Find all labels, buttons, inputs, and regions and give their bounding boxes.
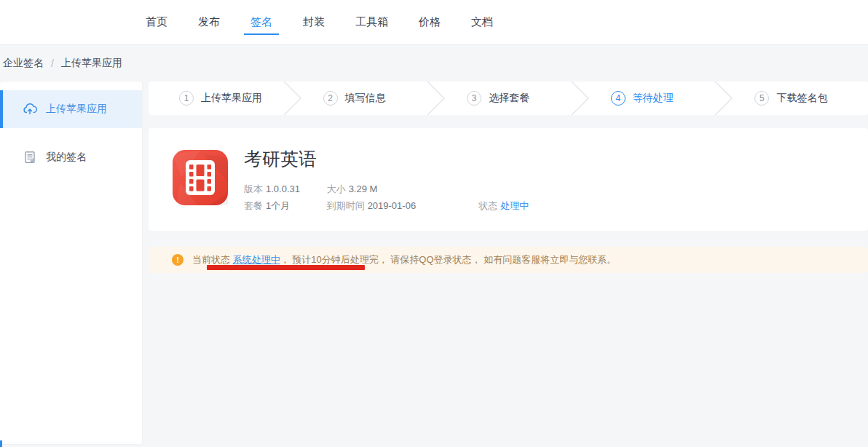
sidebar: 上传苹果应用 我的签名	[0, 82, 142, 444]
step-download-signed-package: 5 下载签名包	[724, 82, 868, 115]
app-detail-rows: 版本1.0.0.31 大小3.29 M 套餐1个月 到期时间2019-01-06…	[244, 181, 529, 214]
nav-tab-toolbox[interactable]: 工具箱	[355, 0, 388, 44]
step-label: 上传苹果应用	[201, 92, 262, 105]
chevron-separator-icon	[714, 82, 733, 115]
app-detail-row: 套餐1个月 到期时间2019-01-06 状态处理中	[244, 197, 529, 214]
step-label: 下载签名包	[776, 92, 827, 105]
app-info: 考研英语 版本1.0.0.31 大小3.29 M 套餐1个月 到期时间2019-…	[244, 147, 529, 214]
step-number: 3	[467, 91, 481, 106]
nav-tab-pricing[interactable]: 价格	[419, 0, 441, 44]
edge-widget-fragment	[0, 440, 2, 447]
signing-page: 首页 发布 签名 封装 工具箱 价格 文档 企业签名 / 上传苹果应用 上传苹果…	[0, 0, 868, 447]
step-waiting-processing: 4 等待处理	[580, 82, 725, 115]
breadcrumb-enterprise-signing[interactable]: 企业签名	[3, 57, 44, 70]
film-app-icon	[173, 150, 228, 205]
step-label: 选择套餐	[489, 92, 529, 105]
system-processing-link[interactable]: 系统处理中	[233, 254, 280, 265]
breadcrumb: 企业签名 / 上传苹果应用	[3, 45, 122, 82]
app-size-field: 大小3.29 M	[327, 181, 476, 197]
step-label: 填写信息	[345, 92, 386, 105]
nav-tab-publish[interactable]: 发布	[198, 0, 220, 44]
nav-tab-docs[interactable]: 文档	[471, 0, 493, 44]
app-card: 考研英语 版本1.0.0.31 大小3.29 M 套餐1个月 到期时间2019-…	[149, 128, 868, 231]
app-expire-field: 到期时间2019-01-06	[327, 197, 476, 214]
chevron-separator-icon	[571, 82, 590, 115]
step-number: 1	[179, 91, 194, 106]
warning-icon: !	[172, 254, 184, 266]
status-processing-text: 处理中	[500, 200, 529, 211]
chevron-separator-icon	[283, 82, 302, 115]
app-status-field: 状态处理中	[478, 200, 529, 211]
app-name: 考研英语	[244, 147, 529, 171]
breadcrumb-upload-apple-app: 上传苹果应用	[61, 57, 122, 70]
step-label: 等待处理	[633, 92, 674, 105]
cloud-upload-icon	[23, 102, 37, 116]
nav-tab-home[interactable]: 首页	[146, 0, 167, 44]
breadcrumb-separator: /	[51, 58, 54, 69]
step-choose-plan: 3 选择套餐	[436, 82, 580, 115]
top-nav: 首页 发布 签名 封装 工具箱 价格 文档	[0, 0, 868, 45]
sidebar-item-label: 上传苹果应用	[46, 103, 107, 116]
steps-bar: 1 上传苹果应用 2 填写信息 3 选择套餐 4 等待处理	[149, 82, 868, 115]
step-upload-apple-app: 1 上传苹果应用	[149, 82, 293, 115]
app-version-field: 版本1.0.0.31	[244, 181, 324, 197]
step-fill-info: 2 填写信息	[293, 82, 437, 115]
nav-tab-signing[interactable]: 签名	[250, 0, 272, 44]
sidebar-item-my-signatures[interactable]: 我的签名	[0, 138, 142, 176]
chevron-separator-icon	[427, 82, 446, 115]
app-detail-row: 版本1.0.0.31 大小3.29 M	[244, 181, 529, 197]
nav-tab-package[interactable]: 封装	[303, 0, 325, 44]
step-number: 2	[323, 91, 338, 106]
step-number: 5	[754, 91, 769, 106]
signature-doc-icon	[23, 150, 37, 165]
sidebar-item-label: 我的签名	[46, 151, 87, 164]
sidebar-item-upload-apple-app[interactable]: 上传苹果应用	[0, 90, 142, 128]
red-underline-annotation	[207, 265, 365, 270]
app-plan-field: 套餐1个月	[244, 197, 324, 214]
step-number: 4	[611, 91, 626, 106]
